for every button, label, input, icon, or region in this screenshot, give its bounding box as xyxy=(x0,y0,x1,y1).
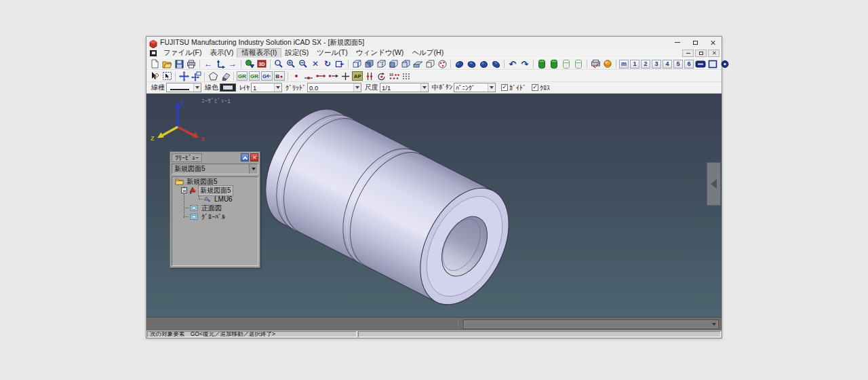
cube-wire-icon[interactable] xyxy=(351,58,363,69)
workplane-button-4[interactable]: 4 xyxy=(663,60,672,69)
restore-button[interactable] xyxy=(686,37,704,48)
snap-rotate-icon[interactable] xyxy=(376,71,388,81)
ap-button[interactable]: AP xyxy=(352,71,363,81)
workplane-button-6[interactable]: 6 xyxy=(684,60,694,69)
command-input-combo[interactable] xyxy=(463,320,719,329)
cube-half-icon[interactable] xyxy=(387,58,399,69)
child-window-icon[interactable] xyxy=(150,50,157,56)
cylinder-on-2-icon[interactable] xyxy=(548,58,560,69)
workplane-button-2[interactable]: 2 xyxy=(641,60,650,69)
tree-item-global[interactable]: ｸﾞﾛｰﾊﾞﾙ xyxy=(172,212,258,221)
model-lmu6[interactable] xyxy=(248,94,526,317)
snap-direction-icon[interactable] xyxy=(327,71,339,81)
menu-tools[interactable]: ツール(T) xyxy=(313,49,351,58)
side-panel-expand-tab[interactable] xyxy=(707,162,721,206)
menu-file[interactable]: ファイル(F) xyxy=(159,49,205,58)
eye-view-icon[interactable] xyxy=(719,58,731,69)
panel-collapse-button[interactable] xyxy=(241,153,249,162)
zoom-cancel-icon[interactable]: ✕ xyxy=(309,58,321,69)
undo-icon[interactable]: ↶ xyxy=(507,58,519,69)
snap-segment-icon[interactable] xyxy=(315,71,327,81)
menu-window[interactable]: ウィンドウ(W) xyxy=(352,49,408,58)
viewport[interactable]: ﾕｰｻﾞﾋﾞｭｰ1 xyxy=(146,94,722,317)
menu-view[interactable]: 表示(V) xyxy=(205,49,237,58)
layer-select[interactable]: 1 xyxy=(251,83,282,92)
tree-item-root[interactable]: 新規図面5 xyxy=(172,177,258,186)
tree-item-front-view[interactable]: 正面図 xyxy=(172,204,258,212)
cross-checkbox[interactable]: ｸﾛｽ xyxy=(532,84,550,92)
tree-item-model[interactable]: 新規図面5 xyxy=(172,186,258,195)
snap-grid10-icon[interactable]: 10 xyxy=(388,71,400,81)
plotter-icon[interactable] xyxy=(589,58,601,69)
zoom-in-icon[interactable] xyxy=(285,58,297,69)
cube-open-icon[interactable] xyxy=(424,58,436,69)
zoom-out-icon[interactable] xyxy=(297,58,309,69)
close-button[interactable] xyxy=(704,37,722,48)
child-close-button[interactable] xyxy=(708,50,719,57)
middle-button-select[interactable]: ﾊﾟﾆﾝｸﾞ xyxy=(454,83,496,92)
window-view-icon[interactable] xyxy=(707,58,719,69)
child-restore-button[interactable] xyxy=(695,50,707,57)
snap-cross-icon[interactable] xyxy=(339,71,351,81)
select-pen-icon[interactable] xyxy=(149,71,161,81)
cylinder-on-1-icon[interactable] xyxy=(536,58,548,69)
sphere-points-icon[interactable] xyxy=(436,58,448,69)
new-file-icon[interactable] xyxy=(149,58,161,69)
fit-view-icon[interactable] xyxy=(694,58,707,69)
tree-item-lmu6[interactable]: LMU6 xyxy=(172,195,258,204)
linetype-select[interactable] xyxy=(166,83,201,92)
move-axes-icon[interactable] xyxy=(214,58,226,69)
snap-matrix-icon[interactable] xyxy=(400,71,412,81)
rotate-view-icon[interactable]: ↻ xyxy=(321,58,334,69)
eraser-icon[interactable] xyxy=(219,71,231,81)
guide-checkbox[interactable]: ｶﾞｲﾄﾞ xyxy=(501,84,526,92)
menu-help[interactable]: ヘルプ(H) xyxy=(408,49,448,58)
cylinder-off-1-icon[interactable] xyxy=(560,58,572,69)
save-icon[interactable] xyxy=(173,58,185,69)
titlebar[interactable]: FUJITSU Manufacturing Industry Solution … xyxy=(146,37,722,48)
3d-data-icon[interactable]: 3D xyxy=(256,58,268,69)
solid-blob-3-icon[interactable] xyxy=(477,58,490,69)
tree-model-select[interactable]: 新規図面5 xyxy=(172,164,258,174)
solid-blob-1-icon[interactable] xyxy=(453,58,465,69)
snap-on-element-icon[interactable] xyxy=(302,71,315,81)
forward-icon[interactable]: → xyxy=(226,58,239,69)
b-point-icon[interactable]: B xyxy=(274,71,285,81)
move-cross-icon[interactable] xyxy=(178,71,190,81)
cube-hidden-line-icon[interactable] xyxy=(375,58,387,69)
open-file-icon[interactable] xyxy=(161,58,173,69)
panel-close-button[interactable] xyxy=(250,153,258,162)
tree-panel-header[interactable]: ﾂﾘｰﾋﾞｭｰ xyxy=(170,152,260,163)
command-dropdown-arrow[interactable] xyxy=(710,320,718,328)
collapse-box-icon[interactable] xyxy=(181,187,187,193)
cube-shaded-icon[interactable] xyxy=(363,58,375,69)
solid-blob-2-icon[interactable] xyxy=(465,58,477,69)
cylinder-off-2-icon[interactable] xyxy=(572,58,585,69)
menu-settings[interactable]: 設定(S) xyxy=(281,49,313,58)
print-icon[interactable] xyxy=(185,58,197,69)
back-icon[interactable]: ← xyxy=(202,58,214,69)
snap-parallel-icon[interactable] xyxy=(363,71,376,81)
gr-button-1[interactable]: GR xyxy=(237,71,248,81)
cube-section-icon[interactable] xyxy=(399,58,412,69)
workplane-button-5[interactable]: 5 xyxy=(673,60,683,69)
command-input[interactable] xyxy=(464,321,710,328)
workplane-button-3[interactable]: 3 xyxy=(652,60,661,69)
copy-cross-icon[interactable] xyxy=(190,71,202,81)
minimize-button[interactable] xyxy=(669,37,686,48)
parts-library-icon[interactable] xyxy=(243,58,256,69)
gr-button-2[interactable]: GR xyxy=(249,71,260,81)
cube-flat-icon[interactable] xyxy=(412,58,424,69)
orange-sphere-icon[interactable] xyxy=(601,58,614,69)
solid-blob-4-icon[interactable] xyxy=(490,58,502,69)
zoom-icon[interactable] xyxy=(273,58,285,69)
scale-select[interactable]: 1/1 xyxy=(380,83,429,92)
redo-icon[interactable]: ↷ xyxy=(519,58,531,69)
select-box-icon[interactable] xyxy=(161,71,173,81)
linecolor-swatch[interactable] xyxy=(220,83,236,92)
g-box-button[interactable]: G xyxy=(261,71,273,81)
grid-select[interactable]: 0.0 xyxy=(307,83,361,92)
child-minimize-button[interactable] xyxy=(682,50,694,57)
snap-free-point-icon[interactable] xyxy=(290,71,302,81)
menu-info-display[interactable]: 情報表示(I) xyxy=(237,49,281,58)
